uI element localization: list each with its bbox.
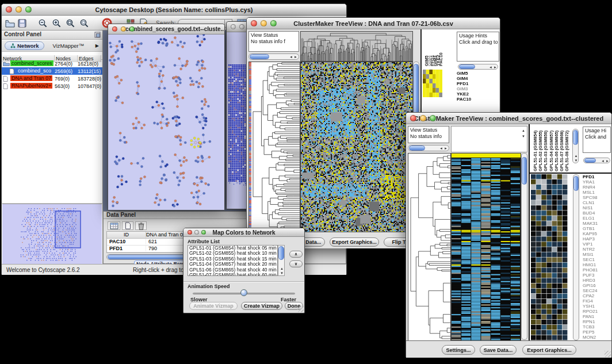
h-scrollbar[interactable]: ◄► xyxy=(583,158,610,163)
network-window-1-titlebar[interactable]: combined_scores_good.txt--cluste... xyxy=(108,24,224,35)
close-icon[interactable] xyxy=(6,6,12,13)
gene-label[interactable]: BUD4 xyxy=(583,210,611,216)
network-overview-canvas[interactable] xyxy=(2,204,102,264)
float-panel-icon[interactable] xyxy=(94,32,101,39)
zoom-window-icon[interactable] xyxy=(430,115,436,121)
zoom-window-icon[interactable] xyxy=(270,20,277,26)
main-titlebar[interactable]: Cytoscape Desktop (Session Name: collins… xyxy=(2,4,346,16)
gene-label[interactable]: TCB3 xyxy=(583,324,611,329)
gene-label[interactable]: YRA1 xyxy=(583,179,611,185)
gene-label[interactable]: HRD3 xyxy=(583,278,611,283)
minimize-icon[interactable] xyxy=(420,115,426,121)
close-icon[interactable] xyxy=(231,24,236,29)
column-dendrogram[interactable] xyxy=(300,31,413,62)
gene-label[interactable]: ELG1 xyxy=(583,216,611,221)
gene-label[interactable]: RPO21 xyxy=(583,309,611,314)
row-dendrogram[interactable] xyxy=(248,62,300,233)
export-graphics-button[interactable]: Export Graphics... xyxy=(522,345,576,355)
gene-label[interactable]: GIM5 xyxy=(457,71,499,76)
mini-heatmap-canvas[interactable] xyxy=(423,70,442,97)
tabs-overflow-icon[interactable]: ▶ xyxy=(95,43,99,48)
gene-label[interactable]: HAP3 xyxy=(583,236,611,242)
gene-label[interactable]: PFD1 xyxy=(583,174,611,179)
h-scrollbar[interactable]: ◄► xyxy=(458,64,498,70)
h-scrollbar[interactable]: ◄► xyxy=(248,53,299,60)
gene-label[interactable]: PEP5 xyxy=(583,329,611,335)
gene-label[interactable]: VIP1 xyxy=(583,242,611,247)
minimize-icon[interactable] xyxy=(121,26,126,32)
speed-slider-thumb[interactable] xyxy=(240,289,247,296)
zoom-heatmap-canvas[interactable] xyxy=(531,174,568,340)
gene-label[interactable]: SPC98 xyxy=(583,195,611,200)
gene-label[interactable]: MAK31 xyxy=(583,221,611,226)
zoom-window-icon[interactable] xyxy=(129,26,135,32)
gene-label[interactable]: SEC24 xyxy=(583,288,611,293)
treeview1-titlebar[interactable]: ClusterMaker TreeView : DNA and Tran 07-… xyxy=(247,18,500,29)
zoom-fit-icon[interactable] xyxy=(66,18,75,28)
gene-label[interactable]: MSL1 xyxy=(583,190,611,195)
gene-label[interactable]: NIS1 xyxy=(583,205,611,210)
attribute-item[interactable]: GPL51-07 (GSM868) heat shock 60 min xyxy=(188,273,277,276)
gene-label[interactable]: CPA2 xyxy=(583,293,611,298)
dialog-titlebar[interactable]: Map Colors to Network xyxy=(183,228,304,237)
resize-grip[interactable] xyxy=(297,306,304,312)
save-icon[interactable] xyxy=(18,19,26,28)
gene-label[interactable]: PAC10 xyxy=(457,97,499,102)
zoom-selected-icon[interactable] xyxy=(79,18,89,28)
column-header[interactable]: ID xyxy=(107,232,146,237)
network-row[interactable]: combined_scores2764(0)16218(0) xyxy=(2,60,102,67)
gene-label[interactable]: NTR2 xyxy=(583,247,611,252)
gene-label[interactable]: CLN1 xyxy=(583,200,611,205)
close-icon[interactable] xyxy=(188,230,192,235)
table-icon[interactable] xyxy=(108,221,120,230)
gene-label[interactable]: GIM4 xyxy=(457,76,499,81)
gene-label[interactable]: GTB1 xyxy=(583,226,611,231)
list-v-scrollbar[interactable]: ▲▼ xyxy=(278,245,285,276)
gene-label[interactable]: YKE2 xyxy=(457,91,499,97)
gene-label[interactable]: YSH1 xyxy=(583,304,611,309)
gene-label[interactable]: PUF3 xyxy=(583,273,611,278)
gene-label[interactable]: RNR4 xyxy=(583,185,611,190)
heatmap-canvas[interactable] xyxy=(451,153,521,341)
network-canvas-1[interactable] xyxy=(108,35,224,210)
gene-label[interactable]: GIM3 xyxy=(457,86,499,91)
minimize-icon[interactable] xyxy=(239,24,244,29)
gene-label[interactable]: HMG1 xyxy=(583,262,611,267)
minimize-icon[interactable] xyxy=(16,6,22,13)
gene-label[interactable]: KAP95 xyxy=(583,231,611,236)
labels-v-scrollbar[interactable]: ▲▼ xyxy=(572,129,579,163)
gene-label[interactable]: GPI16 xyxy=(583,283,611,288)
heatmap-canvas[interactable] xyxy=(300,62,413,233)
gene-label[interactable]: SEC1 xyxy=(583,257,611,262)
row-dendrogram[interactable] xyxy=(408,153,451,341)
v-scrollbar[interactable] xyxy=(521,153,527,340)
move-down-button[interactable]: ∨ xyxy=(289,260,303,267)
tab-vizmapper[interactable]: VizMapper™ xyxy=(52,43,84,49)
network-row[interactable]: DNA and Tran 07769(0)183728(0) xyxy=(2,75,102,82)
zoom-window-icon[interactable] xyxy=(25,6,32,13)
settings-button[interactable]: Settings... xyxy=(442,345,475,355)
zoom-in-icon[interactable] xyxy=(52,18,62,28)
minimize-icon[interactable] xyxy=(261,20,267,26)
new-doc-icon[interactable] xyxy=(122,221,133,230)
tab-network[interactable]: Network xyxy=(5,41,44,50)
animate-vizmap-button[interactable]: Animate Vizmap xyxy=(189,302,238,310)
h-scrollbar[interactable]: ◄► xyxy=(408,145,449,151)
treeview2-titlebar[interactable]: ClusterMaker TreeView : combined_scores_… xyxy=(406,113,611,124)
close-icon[interactable] xyxy=(410,115,416,121)
gene-label[interactable]: MON2 xyxy=(583,335,611,340)
zoom-v-scrollbar[interactable] xyxy=(573,174,579,340)
gene-label[interactable]: RPN1 xyxy=(583,319,611,324)
create-vizmap-button[interactable]: Create Vizmap xyxy=(241,302,282,310)
network-row[interactable]: combined_sco2569(6)13112(15) xyxy=(2,67,102,75)
gene-label[interactable]: PFD1 xyxy=(457,81,499,86)
close-icon[interactable] xyxy=(112,26,117,32)
zoom-out-icon[interactable] xyxy=(38,18,48,28)
close-icon[interactable] xyxy=(251,20,257,26)
network-row[interactable]: RNAPuberNov2+563(0)107847(0) xyxy=(2,82,102,90)
trash-icon[interactable] xyxy=(135,221,147,230)
zoom-window-icon[interactable] xyxy=(201,230,206,235)
gene-label[interactable]: PAN1 xyxy=(583,314,611,319)
gene-label[interactable]: FIG4 xyxy=(583,298,611,304)
open-icon[interactable] xyxy=(5,19,15,28)
